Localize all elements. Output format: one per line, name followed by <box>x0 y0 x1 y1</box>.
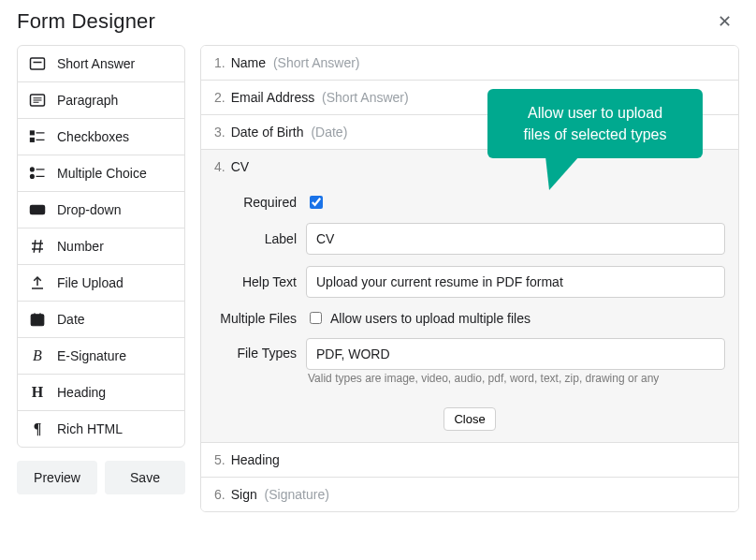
field-number: 4. <box>214 159 225 174</box>
label-label: Label <box>214 231 297 246</box>
field-name: Email Address <box>231 90 314 105</box>
dropdown-icon <box>29 201 46 218</box>
required-checkbox[interactable] <box>310 196 323 209</box>
sidebar-item-label: Drop-down <box>57 202 121 217</box>
paragraph-icon <box>29 92 46 109</box>
file-types-input[interactable] <box>306 338 725 370</box>
multiple-choice-icon <box>29 165 46 182</box>
close-icon[interactable]: ✕ <box>712 9 737 34</box>
sidebar-item-heading[interactable]: H Heading <box>18 374 184 410</box>
multiple-files-checkbox[interactable] <box>310 312 322 324</box>
field-number: 1. <box>214 55 225 70</box>
help-text-label: Help Text <box>214 274 297 289</box>
field-type-list: Short Answer Paragraph Checkboxes <box>17 45 185 448</box>
label-input[interactable] <box>306 223 725 255</box>
heading-icon: H <box>29 384 46 401</box>
close-field-button[interactable]: Close <box>443 407 495 431</box>
form-fields-panel: 1.Name (Short Answer) 2.Email Address (S… <box>200 45 739 512</box>
sidebar-item-paragraph[interactable]: Paragraph <box>18 81 184 118</box>
field-row-name[interactable]: 1.Name (Short Answer) <box>201 46 738 81</box>
number-icon <box>29 238 46 255</box>
tooltip-line1: Allow user to upload <box>528 105 662 121</box>
sidebar-item-label: Checkboxes <box>57 129 129 144</box>
sidebar-item-label: Heading <box>57 385 106 400</box>
svg-point-12 <box>31 175 35 179</box>
checkboxes-icon <box>29 128 46 145</box>
field-type: (Date) <box>311 125 347 140</box>
svg-rect-6 <box>31 131 35 135</box>
preview-button[interactable]: Preview <box>17 461 97 494</box>
field-type: (Signature) <box>265 487 329 502</box>
sidebar-item-number[interactable]: Number <box>18 228 184 264</box>
onboarding-tooltip: Allow user to upload files of selected t… <box>487 89 703 158</box>
field-number: 5. <box>214 452 225 467</box>
sidebar-item-file-upload[interactable]: File Upload <box>18 264 184 301</box>
sidebar-item-label: Date <box>57 312 85 327</box>
multiple-files-label: Multiple Files <box>214 311 297 326</box>
rich-html-icon: ¶ <box>29 420 46 437</box>
save-button[interactable]: Save <box>105 461 185 494</box>
file-types-hint: Valid types are image, video, audio, pdf… <box>306 370 725 389</box>
sidebar-item-rich-html[interactable]: ¶ Rich HTML <box>18 410 184 447</box>
svg-point-10 <box>31 168 35 171</box>
field-name: Heading <box>231 452 280 467</box>
field-type: (Short Answer) <box>273 55 360 70</box>
sidebar: Short Answer Paragraph Checkboxes <box>17 45 185 512</box>
field-row-sign[interactable]: 6.Sign (Signature) <box>201 478 738 511</box>
field-number: 2. <box>214 90 225 105</box>
sidebar-item-drop-down[interactable]: Drop-down <box>18 191 184 228</box>
required-label: Required <box>214 195 297 210</box>
svg-line-18 <box>34 240 36 253</box>
sidebar-item-multiple-choice[interactable]: Multiple Choice <box>18 155 184 191</box>
sidebar-item-label: File Upload <box>57 275 124 290</box>
sidebar-item-label: Short Answer <box>57 56 135 71</box>
sidebar-item-date[interactable]: Date <box>18 301 184 337</box>
svg-rect-0 <box>31 58 45 69</box>
field-number: 6. <box>214 487 225 502</box>
svg-rect-22 <box>31 315 44 326</box>
tooltip-tail <box>545 156 579 190</box>
field-name: CV <box>231 159 249 174</box>
field-row-heading[interactable]: 5.Heading <box>201 443 738 478</box>
field-name: Sign <box>231 487 257 502</box>
tooltip-line2: files of selected types <box>524 126 667 142</box>
field-row-cv-expanded: 4.CV Required Label <box>201 150 738 443</box>
field-type: (Short Answer) <box>322 90 409 105</box>
sidebar-item-label: Rich HTML <box>57 421 123 436</box>
help-text-input[interactable] <box>306 266 725 298</box>
sidebar-item-short-answer[interactable]: Short Answer <box>18 46 184 81</box>
field-name: Name <box>231 55 266 70</box>
svg-line-19 <box>39 240 41 253</box>
field-number: 3. <box>214 125 225 140</box>
date-icon <box>29 311 46 328</box>
sidebar-item-label: E-Signature <box>57 348 126 363</box>
multiple-files-option-text: Allow users to upload multiple files <box>330 311 531 326</box>
short-answer-icon <box>29 55 46 72</box>
signature-icon: B <box>29 347 46 364</box>
svg-rect-8 <box>31 139 35 142</box>
page-title: Form Designer <box>17 9 155 34</box>
file-upload-icon <box>29 274 46 291</box>
sidebar-item-e-signature[interactable]: B E-Signature <box>18 337 184 374</box>
file-types-label: File Types <box>214 338 297 361</box>
sidebar-item-label: Number <box>57 239 104 254</box>
sidebar-item-checkboxes[interactable]: Checkboxes <box>18 118 184 155</box>
sidebar-item-label: Multiple Choice <box>57 166 147 181</box>
field-name: Date of Birth <box>231 125 304 140</box>
sidebar-item-label: Paragraph <box>57 93 118 108</box>
